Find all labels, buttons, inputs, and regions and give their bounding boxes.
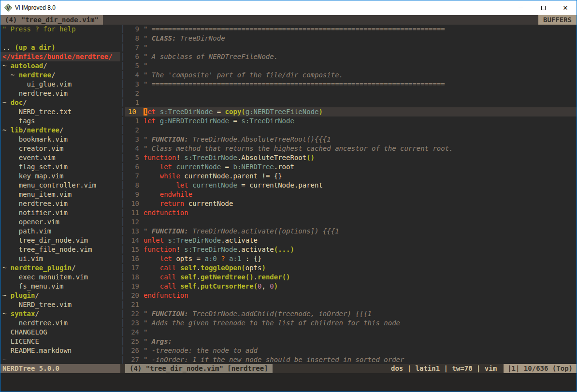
tree-item[interactable]: opener.vim bbox=[0, 218, 120, 227]
code-line[interactable]: 9 endwhile bbox=[125, 190, 577, 199]
tree-item-text: CHANGELOG bbox=[2, 328, 47, 336]
tree-item[interactable]: LICENCE bbox=[0, 337, 120, 346]
tree-item[interactable]: creator.vim bbox=[0, 144, 120, 153]
tree-item[interactable]: exec_menuitem.vim bbox=[0, 273, 120, 282]
code-token: " bbox=[144, 310, 152, 318]
tree-item[interactable]: ~ syntax/ bbox=[0, 309, 120, 319]
tree-item-text: ~ bbox=[2, 310, 11, 318]
code-line[interactable]: 25" Args: bbox=[125, 337, 577, 346]
code-line[interactable]: 5" bbox=[125, 61, 577, 71]
code-line[interactable]: 13" FUNCTION: TreeDirNode.activate([opti… bbox=[125, 227, 577, 236]
code-line[interactable]: 12 bbox=[125, 218, 577, 227]
tree-item[interactable]: ui.vim bbox=[0, 254, 120, 263]
code-line[interactable]: 8" CLASS: TreeDirNode bbox=[125, 34, 577, 43]
code-line[interactable]: 6" A subclass of NERDTreeFileNode. bbox=[125, 52, 577, 61]
window-separator[interactable]: │ │ │ │ │ │ │ │ │ │ │ │ │ │ │ │ │ │ │ │ … bbox=[120, 25, 125, 364]
code-line[interactable]: 5function! s:TreeDirNode.AbsoluteTreeRoo… bbox=[125, 153, 577, 162]
code-line[interactable]: 4" Class method that returns the highest… bbox=[125, 144, 577, 153]
code-line[interactable]: 21 bbox=[125, 300, 577, 309]
buffer-tab[interactable]: (4) "tree_dir_node.vim" bbox=[0, 15, 103, 25]
code-line[interactable]: 10let s:TreeDirNode = copy(g:NERDTreeFil… bbox=[125, 107, 577, 116]
tree-item[interactable]: ~ plugin/ bbox=[0, 291, 120, 300]
code-line[interactable]: 4" The 'composite' part of the file/dir … bbox=[125, 71, 577, 80]
tree-item-text: nerdtree.vim bbox=[2, 89, 68, 97]
tree-item[interactable]: " Press ? for help bbox=[0, 25, 120, 34]
code-token: copy bbox=[225, 108, 242, 116]
code-text: " bbox=[144, 61, 577, 71]
nerdtree-status: NERDTree 5.0.0 bbox=[0, 364, 120, 373]
tree-item[interactable] bbox=[0, 34, 120, 43]
code-line[interactable]: 11endfunction bbox=[125, 208, 577, 218]
code-line[interactable]: 27" -inOrder: 1 if the new node should b… bbox=[125, 355, 577, 364]
tree-item[interactable]: NERD_tree.vim bbox=[0, 300, 120, 309]
code-line[interactable]: 1let g:NERDTreeDirNode = s:TreeDirNode bbox=[125, 116, 577, 126]
code-line[interactable]: 10 return currentNode bbox=[125, 199, 577, 208]
tree-item[interactable]: nerdtree.vim bbox=[0, 89, 120, 98]
tree-item[interactable]: menu_controller.vim bbox=[0, 181, 120, 190]
tree-item-text: opener.vim bbox=[2, 218, 59, 226]
code-line[interactable]: 20endfunction bbox=[125, 291, 577, 300]
tree-item-text: .. bbox=[2, 44, 14, 51]
code-line[interactable]: 14unlet s:TreeDirNode.activate bbox=[125, 236, 577, 245]
code-line[interactable]: 22" FUNCTION: TreeDirNode.addChild(treen… bbox=[125, 309, 577, 319]
code-token bbox=[144, 190, 160, 198]
tree-item[interactable]: nerdtree.vim bbox=[0, 199, 120, 208]
code-line[interactable]: 3" FUNCTION: TreeDirNode.AbsoluteTreeRoo… bbox=[125, 135, 577, 144]
tree-item[interactable]: nerdtree.vim bbox=[0, 319, 120, 328]
tree-item[interactable]: ~ bbox=[0, 355, 120, 364]
code-text: function! s:TreeDirNode.AbsoluteTreeRoot… bbox=[144, 153, 577, 162]
tree-item[interactable]: tree_dir_node.vim bbox=[0, 236, 120, 245]
line-number: 1 bbox=[125, 98, 144, 107]
close-button[interactable]: ✕ bbox=[554, 0, 577, 15]
tree-item[interactable]: .. (up a dir) bbox=[0, 43, 120, 52]
tree-item[interactable]: key_map.vim bbox=[0, 172, 120, 181]
tree-item[interactable]: ~ autoload/ bbox=[0, 61, 120, 71]
tree-item[interactable]: flag_set.vim bbox=[0, 162, 120, 172]
code-line[interactable]: 6 let currentNode = b:NERDTree.root bbox=[125, 162, 577, 172]
tree-item[interactable]: fs_menu.vim bbox=[0, 282, 120, 291]
minimize-button[interactable] bbox=[510, 0, 532, 15]
code-line[interactable]: 2 bbox=[125, 89, 577, 98]
code-line[interactable]: 23" Adds the given treenode to the list … bbox=[125, 319, 577, 328]
code-line[interactable]: 1 bbox=[125, 98, 577, 107]
command-line[interactable] bbox=[0, 373, 577, 392]
code-line[interactable]: 18 call self.getNerdtree().render() bbox=[125, 273, 577, 282]
tree-item[interactable]: notifier.vim bbox=[0, 208, 120, 218]
line-number: 13 bbox=[125, 227, 144, 236]
tree-item[interactable]: ~ nerdtree/ bbox=[0, 71, 120, 80]
line-number: 6 bbox=[125, 162, 144, 172]
tree-item[interactable]: ~ nerdtree_plugin/ bbox=[0, 263, 120, 273]
code-line[interactable]: 3" =====================================… bbox=[125, 80, 577, 89]
tree-item[interactable]: README.markdown bbox=[0, 346, 120, 355]
code-line[interactable]: 7" bbox=[125, 43, 577, 52]
tree-item[interactable]: tree_file_node.vim bbox=[0, 245, 120, 254]
code-line[interactable]: 16 let opts = a:0 ? a:1 : {} bbox=[125, 254, 577, 263]
tree-item[interactable]: menu_item.vim bbox=[0, 190, 120, 199]
tree-item[interactable]: ui_glue.vim bbox=[0, 80, 120, 89]
status-gap bbox=[120, 364, 125, 373]
tree-item[interactable]: bookmark.vim bbox=[0, 135, 120, 144]
tree-item[interactable]: ~ doc/ bbox=[0, 98, 120, 107]
line-number: 3 bbox=[125, 135, 144, 144]
maximize-button[interactable] bbox=[532, 0, 554, 15]
tree-item[interactable]: ~ lib/nerdtree/ bbox=[0, 126, 120, 135]
code-line[interactable]: 15function! s:TreeDirNode.activate(...) bbox=[125, 245, 577, 254]
code-line[interactable]: 19 call self.putCursorHere(0, 0) bbox=[125, 282, 577, 291]
code-text: unlet s:TreeDirNode.activate bbox=[144, 236, 577, 245]
code-text: while currentNode.parent != {} bbox=[144, 172, 577, 181]
code-line[interactable]: 24" bbox=[125, 328, 577, 337]
code-line[interactable]: 2 bbox=[125, 126, 577, 135]
code-line[interactable]: 17 call self.toggleOpen(opts) bbox=[125, 263, 577, 273]
code-token: " bbox=[144, 62, 147, 70]
code-line[interactable]: 26" -treenode: the node to add bbox=[125, 346, 577, 355]
code-line[interactable]: 7 while currentNode.parent != {} bbox=[125, 172, 577, 181]
code-line[interactable]: 9" =====================================… bbox=[125, 25, 577, 34]
code-token: currentNode.parent != {} bbox=[180, 172, 282, 180]
code-line[interactable]: 8 let currentNode = currentNode.parent bbox=[125, 181, 577, 190]
tree-item[interactable]: CHANGELOG bbox=[0, 328, 120, 337]
tree-item[interactable]: event.vim bbox=[0, 153, 120, 162]
tree-item[interactable]: tags bbox=[0, 116, 120, 126]
tree-item[interactable]: path.vim bbox=[0, 227, 120, 236]
tree-item[interactable]: NERD_tree.txt bbox=[0, 107, 120, 116]
tree-item[interactable]: </vimfiles/bundle/nerdtree/ bbox=[0, 52, 120, 61]
